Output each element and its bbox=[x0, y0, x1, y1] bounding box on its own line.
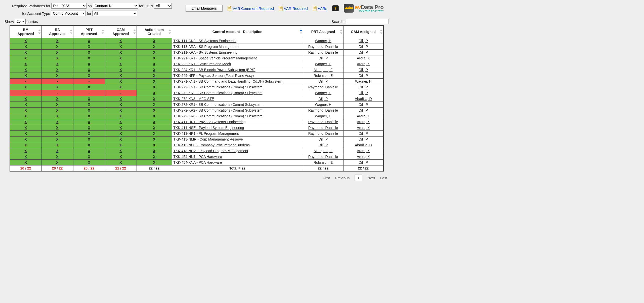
col-cam-approved[interactable]: CAMApproved bbox=[105, 25, 137, 38]
account-link[interactable]: TKK-249-NFP - Payload Sensor (Focal Plan… bbox=[174, 74, 254, 78]
account-link[interactable]: TKK-411-HR1 - Payload Systems Engineerin… bbox=[174, 120, 246, 124]
prt-status-cell[interactable]: X bbox=[73, 154, 105, 160]
account-link[interactable]: TKK-413-HR1 - PL Program Management bbox=[174, 131, 239, 136]
var-comment-required-link[interactable]: VAR Comment Required bbox=[228, 6, 274, 11]
action-status-cell[interactable]: X bbox=[137, 79, 172, 84]
contract-select[interactable]: Contract-N bbox=[93, 3, 138, 9]
account-type-select[interactable]: Control Account bbox=[51, 11, 86, 16]
prt-status-cell[interactable]: X bbox=[73, 142, 105, 148]
action-status-cell[interactable]: X bbox=[137, 125, 172, 131]
person-link[interactable]: Arora, K bbox=[357, 126, 370, 130]
person-link[interactable]: Arora, K bbox=[357, 114, 370, 118]
ra-status-cell[interactable]: X bbox=[41, 154, 73, 160]
ra-status-cell[interactable]: X bbox=[41, 119, 73, 125]
person-link[interactable]: Dill, P bbox=[319, 56, 328, 60]
prt-status-cell[interactable]: X bbox=[73, 44, 105, 50]
action-status-cell[interactable]: X bbox=[137, 55, 172, 61]
person-link[interactable]: Robinson, E bbox=[314, 160, 333, 164]
action-status-cell[interactable]: X bbox=[137, 61, 172, 67]
bm-status-cell[interactable]: X bbox=[10, 96, 41, 102]
bm-status-cell[interactable]: X bbox=[10, 148, 41, 154]
ra-status-cell[interactable]: X bbox=[41, 55, 73, 61]
prt-status-cell[interactable]: X bbox=[73, 102, 105, 108]
action-status-cell[interactable]: X bbox=[137, 108, 172, 113]
person-link[interactable]: Wagner, H bbox=[315, 62, 331, 66]
cam-status-cell[interactable]: X bbox=[105, 67, 137, 73]
account-link[interactable]: TKK-224-KR1 - SB Electric Power Subsyste… bbox=[174, 68, 255, 72]
cam-status-cell[interactable]: X bbox=[105, 55, 137, 61]
ra-status-cell[interactable]: X bbox=[41, 61, 73, 67]
prt-status-cell[interactable]: X bbox=[73, 67, 105, 73]
ra-status-cell[interactable]: X bbox=[41, 44, 73, 50]
action-status-cell[interactable]: X bbox=[137, 119, 172, 125]
action-status-cell[interactable]: X bbox=[137, 96, 172, 102]
prt-status-cell[interactable]: X bbox=[73, 61, 105, 67]
person-link[interactable]: Raymond. Danielle bbox=[308, 45, 338, 49]
person-link[interactable]: Dill, P bbox=[359, 85, 368, 89]
person-link[interactable]: Dill, P bbox=[359, 131, 368, 136]
person-link[interactable]: Dill, P bbox=[319, 97, 328, 101]
bm-status-cell[interactable]: - bbox=[10, 79, 41, 84]
action-status-cell[interactable]: X bbox=[137, 148, 172, 154]
help-icon[interactable]: ? bbox=[332, 5, 339, 11]
person-link[interactable]: Wagner, H bbox=[315, 39, 331, 43]
person-link[interactable]: Arora, K bbox=[357, 149, 370, 153]
cam-status-cell[interactable]: - bbox=[105, 90, 137, 96]
account-link[interactable]: TKK-111-CN0 - SS Systems Engineering bbox=[174, 39, 238, 43]
bm-status-cell[interactable]: X bbox=[10, 108, 41, 113]
ra-status-cell[interactable]: X bbox=[41, 96, 73, 102]
person-link[interactable]: Dill, P bbox=[319, 143, 328, 147]
person-link[interactable]: Dill, P bbox=[359, 39, 368, 43]
account-link[interactable]: TKK-211-KRA - SV Systems Engineering bbox=[174, 50, 238, 54]
cam-status-cell[interactable]: X bbox=[105, 96, 137, 102]
ra-status-cell[interactable]: X bbox=[41, 160, 73, 165]
prt-status-cell[interactable]: X bbox=[73, 108, 105, 113]
cam-status-cell[interactable]: X bbox=[105, 160, 137, 165]
person-link[interactable]: Abadilla, D bbox=[355, 143, 372, 147]
cam-status-cell[interactable]: X bbox=[105, 38, 137, 44]
person-link[interactable]: Raymond. Danielle bbox=[308, 126, 338, 130]
col-description[interactable]: Control Account - Description bbox=[172, 25, 303, 38]
prt-status-cell[interactable]: - bbox=[73, 90, 105, 96]
action-status-cell[interactable]: X bbox=[137, 113, 172, 119]
cam-status-cell[interactable]: X bbox=[105, 73, 137, 79]
person-link[interactable]: Dill, P bbox=[319, 79, 328, 83]
period-select[interactable]: Dec, 2023 bbox=[51, 3, 87, 9]
ra-status-cell[interactable]: X bbox=[41, 84, 73, 90]
pager-previous[interactable]: Previous bbox=[335, 176, 350, 180]
account-link[interactable]: TKK-413-NPM - Payload Program Management bbox=[174, 149, 248, 153]
var-required-link[interactable]: VAR Required bbox=[279, 6, 308, 11]
account-link[interactable]: TKK-454-HN1 - PCA Hardware bbox=[174, 155, 222, 159]
bm-status-cell[interactable]: X bbox=[10, 102, 41, 108]
prt-status-cell[interactable]: X bbox=[73, 113, 105, 119]
account-link[interactable]: TKK-113-ARA - SS Program Management bbox=[174, 45, 239, 49]
cam-status-cell[interactable]: X bbox=[105, 61, 137, 67]
vars-link[interactable]: VARs bbox=[313, 6, 327, 11]
action-status-cell[interactable]: X bbox=[137, 137, 172, 142]
account-filter-select[interactable]: All bbox=[92, 11, 137, 16]
cam-status-cell[interactable]: X bbox=[105, 119, 137, 125]
pager-first[interactable]: First bbox=[323, 176, 330, 180]
col-prt-assigned[interactable]: PRT Assigned bbox=[303, 25, 343, 38]
prt-status-cell[interactable]: X bbox=[73, 137, 105, 142]
cam-status-cell[interactable]: X bbox=[105, 113, 137, 119]
prt-status-cell[interactable]: X bbox=[73, 38, 105, 44]
bm-status-cell[interactable]: X bbox=[10, 38, 41, 44]
person-link[interactable]: Dill, P bbox=[359, 68, 368, 72]
bm-status-cell[interactable]: X bbox=[10, 125, 41, 131]
account-link[interactable]: TKK-272-KR1 - SB Communications (Comm) S… bbox=[174, 103, 263, 107]
col-ra-approved[interactable]: RAApproved bbox=[41, 25, 73, 38]
ra-status-cell[interactable]: X bbox=[41, 67, 73, 73]
bm-status-cell[interactable]: X bbox=[10, 131, 41, 137]
col-cam-assigned[interactable]: CAM Assigned bbox=[343, 25, 383, 38]
ra-status-cell[interactable]: X bbox=[41, 38, 73, 44]
cam-status-cell[interactable]: X bbox=[105, 148, 137, 154]
account-link[interactable]: TKK-272-KR2 - SB Communications (Comm) S… bbox=[174, 108, 263, 112]
bm-status-cell[interactable]: X bbox=[10, 55, 41, 61]
action-status-cell[interactable]: X bbox=[137, 84, 172, 90]
person-link[interactable]: Dill, P bbox=[359, 160, 368, 164]
action-status-cell[interactable]: X bbox=[137, 102, 172, 108]
person-link[interactable]: Dill, P bbox=[319, 137, 328, 141]
person-link[interactable]: Raymond. Danielle bbox=[308, 155, 338, 159]
prt-status-cell[interactable]: X bbox=[73, 96, 105, 102]
